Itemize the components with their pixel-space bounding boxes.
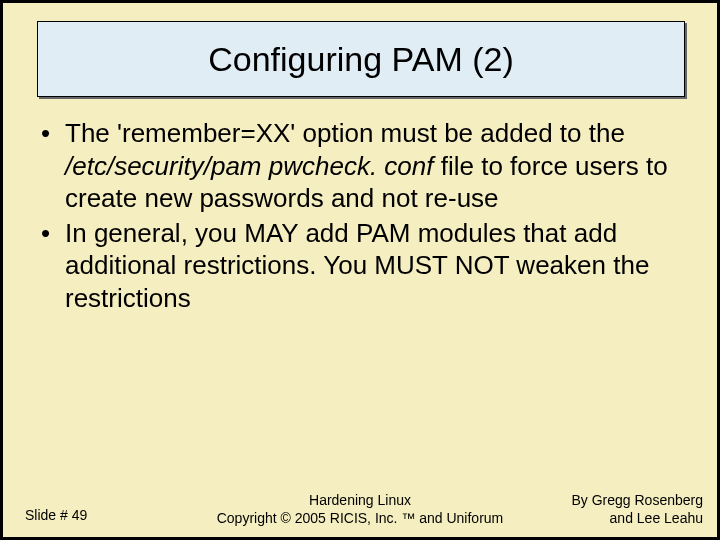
bullet-text-pre: The 'remember=XX' option must be added t… (65, 118, 625, 148)
title-box: Configuring PAM (2) (37, 21, 685, 97)
bullet-text: In general, you MAY add PAM modules that… (65, 217, 685, 315)
body-text: • The 'remember=XX' option must be added… (41, 117, 685, 316)
bullet-marker: • (41, 117, 65, 215)
bullet-item: • The 'remember=XX' option must be added… (41, 117, 685, 215)
bullet-item: • In general, you MAY add PAM modules th… (41, 217, 685, 315)
bullet-text-italic: /etc/security/pam pwcheck. conf (65, 151, 433, 181)
slide-title: Configuring PAM (2) (208, 40, 514, 79)
bullet-text: The 'remember=XX' option must be added t… (65, 117, 685, 215)
bullet-marker: • (41, 217, 65, 315)
bullet-text-pre: In general, you MAY add PAM modules that… (65, 218, 649, 313)
footer-authors: By Gregg Rosenberg and Lee Leahu (571, 492, 703, 527)
slide: Configuring PAM (2) • The 'remember=XX' … (2, 2, 718, 538)
footer: Slide # 49 Hardening Linux Copyright © 2… (3, 483, 717, 531)
footer-right-line1: By Gregg Rosenberg (571, 492, 703, 510)
footer-right-line2: and Lee Leahu (571, 510, 703, 528)
